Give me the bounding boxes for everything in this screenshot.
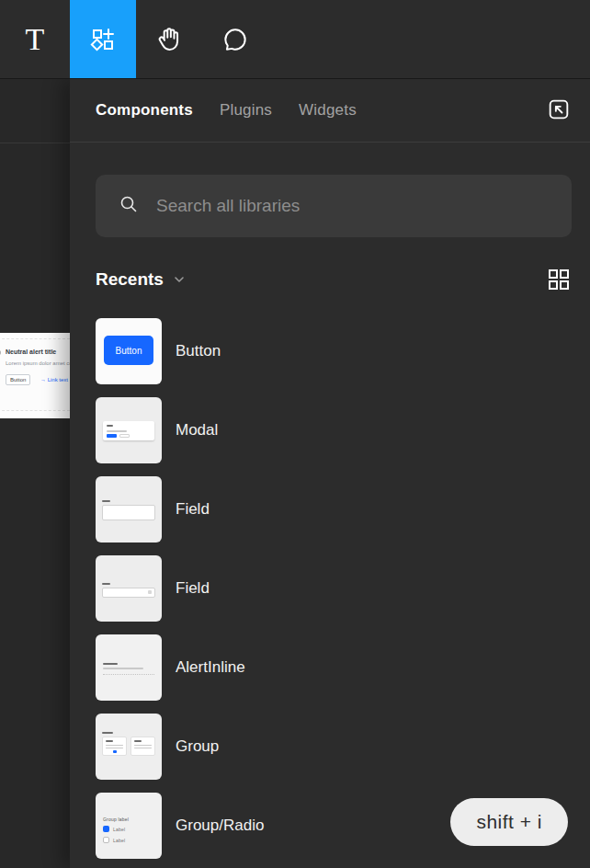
toolbar: T: [0, 0, 590, 79]
hand-icon: [154, 25, 184, 54]
panel-tabs: Components Plugins Widgets: [96, 101, 357, 120]
app-window: Neutral alert title Lorem ipsum dolor am…: [0, 0, 590, 868]
chevron-down-icon[interactable]: [173, 273, 186, 286]
component-label: Group/Radio: [176, 817, 264, 835]
tab-plugins[interactable]: Plugins: [220, 101, 272, 120]
components-panel: Components Plugins Widgets: [70, 79, 590, 868]
component-item-group[interactable]: Group: [96, 714, 590, 780]
mini-modal-preview: [103, 421, 154, 440]
thumbnail-field-with-icon: [96, 555, 162, 622]
component-label: Field: [176, 500, 210, 519]
thumbnail-alertinline: [96, 634, 162, 701]
assets-tool-button[interactable]: [70, 0, 136, 78]
shortcut-hint-pill: shift + i: [450, 798, 568, 846]
canvas-guide-line: [0, 143, 70, 143]
component-label: Button: [176, 342, 221, 360]
search-icon: [118, 193, 140, 219]
tab-components[interactable]: Components: [96, 101, 193, 120]
thumbnail-group: [96, 714, 162, 780]
canvas-background: Neutral alert title Lorem ipsum dolor am…: [0, 79, 70, 868]
component-item-button[interactable]: Button Button: [96, 318, 590, 384]
component-label: AlertInline: [176, 658, 245, 677]
hand-tool-button[interactable]: [136, 0, 202, 78]
canvas-alert-frame-preview: Neutral alert title Lorem ipsum dolor am…: [0, 333, 70, 418]
alert-preview-link: → Link text: [40, 377, 68, 383]
mini-button-preview: Button: [104, 336, 153, 365]
component-label: Group: [176, 737, 219, 756]
mini-option-label: Label: [113, 838, 125, 843]
mini-group-label: Group label: [103, 817, 129, 822]
alert-preview-button: Button: [6, 374, 30, 385]
panel-header: Components Plugins Widgets: [70, 79, 590, 143]
section-title: Recents: [96, 269, 164, 290]
component-item-alertinline[interactable]: AlertInline: [96, 634, 590, 701]
search-input[interactable]: [156, 196, 550, 216]
section-header: Recents: [70, 267, 590, 292]
popout-icon: [546, 97, 572, 125]
component-item-modal[interactable]: Modal: [96, 397, 590, 463]
grid-view-button[interactable]: [546, 267, 572, 292]
text-tool-icon: T: [26, 22, 45, 57]
mini-checkbox-unchecked: [103, 837, 109, 843]
assets-icon: [89, 26, 117, 53]
component-label: Field: [176, 579, 210, 598]
comment-bubble-icon: [221, 25, 250, 54]
popout-panel-button[interactable]: [540, 92, 577, 129]
thumbnail-group-radio: Group label Label Label: [96, 793, 162, 859]
components-list: Button Button Modal: [70, 318, 590, 859]
mini-option-label: Label: [113, 827, 125, 832]
component-item-field[interactable]: Field: [96, 476, 590, 542]
component-label: Modal: [176, 421, 218, 440]
thumbnail-field: [96, 476, 162, 542]
component-item-field-2[interactable]: Field: [96, 555, 590, 622]
search-bar[interactable]: [96, 175, 572, 237]
thumbnail-modal: [96, 397, 162, 463]
alert-preview-title: Neutral alert title: [6, 348, 56, 355]
mini-checkbox-checked: [103, 826, 109, 832]
shortcut-hint-text: shift + i: [476, 811, 542, 833]
tab-widgets[interactable]: Widgets: [299, 101, 357, 120]
comment-tool-button[interactable]: [202, 0, 268, 78]
thumbnail-button: Button: [96, 318, 162, 384]
text-tool-button[interactable]: T: [0, 0, 70, 78]
